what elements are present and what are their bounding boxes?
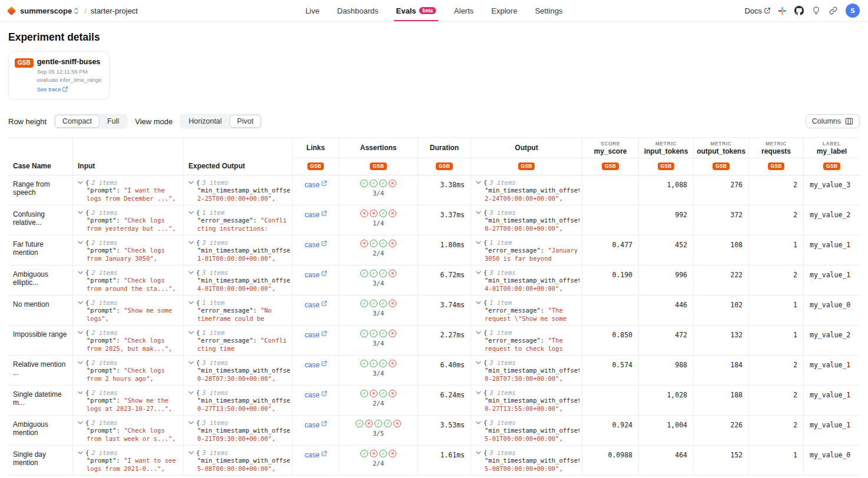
view-mode-pivot-button[interactable]: Pivot xyxy=(230,115,261,128)
chevron-down-icon[interactable] xyxy=(188,451,194,454)
input-cell[interactable]: { 2 items "prompt": "Check logs from 202… xyxy=(73,326,184,355)
output-cell[interactable]: { 3 items "min_timestamp_with_offset": 1… xyxy=(471,175,582,205)
row-height-full-button[interactable]: Full xyxy=(100,115,127,128)
experiment-column-badge[interactable]: GSB xyxy=(518,162,535,171)
output-cell[interactable]: { 1 item "error_message": "The request \… xyxy=(471,296,582,325)
case-name-cell[interactable]: Single day mention xyxy=(8,446,73,475)
table-row[interactable]: Confusing relative... { 2 items "prompt"… xyxy=(8,205,860,235)
expected-output-cell[interactable]: { 1 item "error_message": "Conflicting i… xyxy=(184,205,293,235)
chevron-down-icon[interactable] xyxy=(188,211,194,214)
case-name-cell[interactable]: No mention xyxy=(8,296,73,325)
row-height-compact-button[interactable]: Compact xyxy=(55,115,100,128)
input-cell[interactable]: { 2 items "prompt": "Show me some logs", xyxy=(73,296,184,325)
chevron-down-icon[interactable] xyxy=(188,391,194,394)
case-name-cell[interactable]: Ambiguous mention xyxy=(8,416,73,445)
case-link[interactable]: case xyxy=(304,361,326,370)
case-name-cell[interactable]: Far future mention xyxy=(8,235,73,265)
experiment-column-badge[interactable]: GSB xyxy=(436,162,452,171)
expected-output-cell[interactable]: { 3 items "min_timestamp_with_offset": 0… xyxy=(184,446,293,475)
table-row[interactable]: Ambiguous elliptic... { 2 items "prompt"… xyxy=(8,265,860,296)
chevron-down-icon[interactable] xyxy=(476,361,481,364)
table-row[interactable]: Single datetime m... { 2 items "prompt":… xyxy=(8,386,860,416)
experiment-column-badge[interactable]: GSB xyxy=(602,162,618,171)
nav-item-live[interactable]: Live xyxy=(306,0,320,21)
chevron-down-icon[interactable] xyxy=(78,241,83,244)
chevron-down-icon[interactable] xyxy=(476,181,481,184)
chevron-down-icon[interactable] xyxy=(188,241,194,244)
case-link[interactable]: case xyxy=(304,211,326,220)
nav-item-evals[interactable]: Evals beta xyxy=(396,0,436,21)
chevron-down-icon[interactable] xyxy=(476,301,481,304)
case-name-cell[interactable]: Single datetime m... xyxy=(8,386,73,415)
expected-output-cell[interactable]: { 3 items "min_timestamp_with_offset": 1… xyxy=(184,175,293,205)
input-cell[interactable]: { 2 items "prompt": "Show me the logs at… xyxy=(73,386,184,415)
expected-output-cell[interactable]: { 3 items "min_timestamp_with_offset": 1… xyxy=(184,356,293,385)
chevron-down-icon[interactable] xyxy=(78,271,83,274)
case-link[interactable]: case xyxy=(304,181,326,190)
expected-output-cell[interactable]: { 1 item "error_message": "Conflicting t… xyxy=(184,326,293,355)
expected-output-cell[interactable]: { 3 items "min_timestamp_with_offset": 0… xyxy=(184,235,293,265)
case-name-cell[interactable]: Confusing relative... xyxy=(8,205,73,235)
chevron-down-icon[interactable] xyxy=(78,361,83,364)
case-name-cell[interactable]: Range from speech xyxy=(8,175,73,205)
experiment-column-badge[interactable]: GSB xyxy=(823,162,840,171)
input-cell[interactable]: { 2 items "prompt": "Check logs from yes… xyxy=(73,205,184,235)
expected-output-cell[interactable]: { 3 items "min_timestamp_with_offset": 1… xyxy=(184,416,293,445)
chevron-down-icon[interactable] xyxy=(188,271,194,274)
chevron-down-icon[interactable] xyxy=(78,391,83,394)
experiment-column-badge[interactable]: GSB xyxy=(307,162,324,171)
nav-item-alerts[interactable]: Alerts xyxy=(454,0,473,21)
chevron-down-icon[interactable] xyxy=(476,451,481,454)
chevron-down-icon[interactable] xyxy=(78,301,83,304)
breadcrumb-project[interactable]: starter-project xyxy=(91,6,138,15)
case-link[interactable]: case xyxy=(304,391,326,400)
see-trace-link[interactable]: See trace xyxy=(37,86,68,92)
chevron-down-icon[interactable] xyxy=(78,211,83,214)
output-cell[interactable]: { 3 items "min_timestamp_with_offset": 0… xyxy=(471,265,582,295)
expected-output-cell[interactable]: { 3 items "min_timestamp_with_offset": 0… xyxy=(184,265,293,295)
avatar[interactable]: S xyxy=(846,4,860,18)
nav-item-settings[interactable]: Settings xyxy=(535,0,562,21)
table-row[interactable]: Range from speech { 2 items "prompt": "I… xyxy=(8,175,860,205)
docs-link[interactable]: Docs xyxy=(744,6,770,15)
input-cell[interactable]: { 2 items "prompt": "Check logs from aro… xyxy=(73,265,184,295)
output-cell[interactable]: { 3 items "min_timestamp_with_offset": 1… xyxy=(471,205,582,235)
experiment-column-badge[interactable]: GSB xyxy=(370,162,386,171)
github-icon[interactable] xyxy=(794,6,804,15)
chevron-down-icon[interactable] xyxy=(188,361,194,364)
output-cell[interactable]: { 1 item "error_message": "The request t… xyxy=(471,326,582,355)
input-cell[interactable]: { 2 items "prompt": "I want the logs fro… xyxy=(73,175,184,205)
chevron-down-icon[interactable] xyxy=(188,421,194,424)
case-name-cell[interactable]: Impossible range xyxy=(8,326,73,355)
output-cell[interactable]: { 3 items "min_timestamp_with_offset": 1… xyxy=(471,386,582,415)
table-row[interactable]: Single day mention { 2 items "prompt": "… xyxy=(8,446,860,476)
experiment-column-badge[interactable]: GSB xyxy=(658,162,674,171)
case-link[interactable]: case xyxy=(304,271,326,280)
expected-output-cell[interactable]: { 3 items "min_timestamp_with_offset": 1… xyxy=(184,386,293,415)
experiment-column-badge[interactable]: GSB xyxy=(713,162,729,171)
input-cell[interactable]: { 2 items "prompt": "Check logs from Jan… xyxy=(73,235,184,265)
chevron-down-icon[interactable] xyxy=(476,241,481,244)
table-row[interactable]: No mention { 2 items "prompt": "Show me … xyxy=(8,296,860,326)
chevron-down-icon[interactable] xyxy=(476,271,481,274)
chevron-down-icon[interactable] xyxy=(476,421,481,424)
slack-icon[interactable] xyxy=(778,6,787,15)
chevron-down-icon[interactable] xyxy=(188,301,194,304)
chevron-down-icon[interactable] xyxy=(188,181,194,184)
case-link[interactable]: case xyxy=(304,331,326,340)
chevron-down-icon[interactable] xyxy=(78,421,83,424)
link-icon[interactable] xyxy=(829,6,838,15)
case-name-cell[interactable]: Relative mention ... xyxy=(8,356,73,385)
case-link[interactable]: case xyxy=(304,421,326,430)
nav-item-dashboards[interactable]: Dashboards xyxy=(337,0,378,21)
view-mode-horizontal-button[interactable]: Horizontal xyxy=(181,115,229,128)
nav-item-explore[interactable]: Explore xyxy=(491,0,517,21)
chevron-down-icon[interactable] xyxy=(78,181,83,184)
lightbulb-icon[interactable] xyxy=(811,6,821,15)
output-cell[interactable]: { 1 item "error_message": "January 3050 … xyxy=(471,235,582,265)
table-row[interactable]: Far future mention { 2 items "prompt": "… xyxy=(8,235,860,265)
table-row[interactable]: Impossible range { 2 items "prompt": "Ch… xyxy=(8,326,860,356)
input-cell[interactable]: { 2 items "prompt": "Check logs from las… xyxy=(73,416,184,445)
input-cell[interactable]: { 2 items "prompt": "Check logs from 2 h… xyxy=(73,356,184,385)
chevron-down-icon[interactable] xyxy=(476,331,481,334)
